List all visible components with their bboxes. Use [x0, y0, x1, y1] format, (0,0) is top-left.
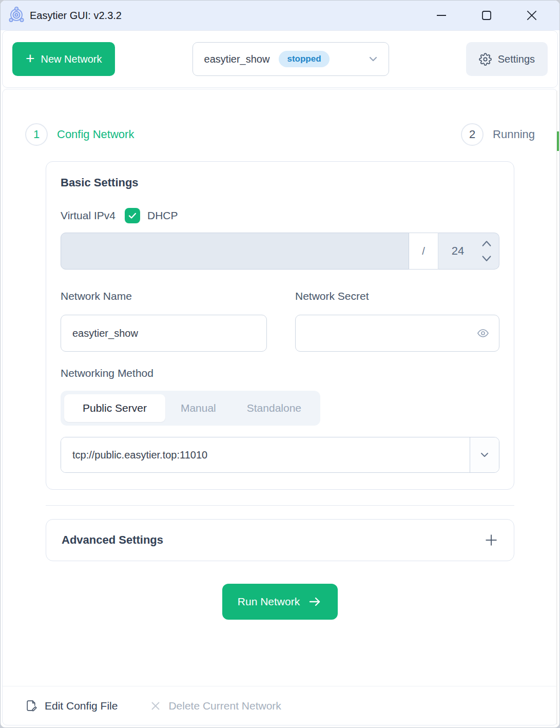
chevron-down-icon [478, 449, 491, 461]
dhcp-checkbox[interactable] [125, 208, 140, 223]
footer-bar: Edit Config File Delete Current Network [3, 686, 557, 725]
minimize-button[interactable] [434, 8, 449, 23]
method-public-server[interactable]: Public Server [64, 394, 165, 422]
virtual-ipv4-input[interactable] [61, 233, 409, 270]
chevron-down-icon [367, 53, 379, 65]
prefix-length-value: 24 [438, 244, 477, 258]
chevron-up-icon[interactable] [481, 240, 492, 247]
stepper: 1 Config Network 2 Running [3, 123, 557, 146]
plus-icon: + [26, 51, 35, 66]
name-secret-grid: Network Name Network Secret [61, 290, 499, 352]
section-divider [46, 505, 514, 506]
networking-method-segmented: Public Server Manual Standalone [61, 391, 320, 426]
window-controls [434, 8, 559, 23]
selected-network-name: easytier_show [204, 53, 270, 65]
titlebar: Easytier GUI: v2.3.2 [1, 1, 559, 30]
new-network-button[interactable]: + New Network [12, 42, 115, 76]
arrow-right-icon [308, 596, 322, 608]
window-title: Easytier GUI: v2.3.2 [30, 10, 122, 22]
toolbar: + New Network easytier_show stopped Sett… [2, 30, 558, 88]
basic-settings-title: Basic Settings [61, 176, 499, 189]
close-icon [525, 9, 538, 22]
public-server-value: tcp://public.easytier.top:11010 [61, 437, 470, 472]
dhcp-label: DHCP [147, 209, 178, 222]
edit-config-file-button[interactable]: Edit Config File [25, 699, 118, 712]
gear-icon [479, 53, 492, 66]
scrollbar-track[interactable] [556, 91, 558, 724]
maximize-icon [480, 9, 493, 22]
settings-button[interactable]: Settings [466, 42, 548, 76]
edit-config-file-label: Edit Config File [45, 700, 118, 712]
settings-label: Settings [498, 53, 535, 65]
checkmark-icon [128, 211, 137, 220]
step-1-circle: 1 [25, 123, 48, 146]
advanced-settings-card[interactable]: Advanced Settings [46, 519, 514, 561]
scrollbar-thumb[interactable] [557, 131, 559, 151]
prefix-length-stepper[interactable]: 24 [438, 233, 499, 270]
expand-plus-icon[interactable] [484, 533, 498, 547]
delete-current-network-button[interactable]: Delete Current Network [149, 700, 281, 712]
app-window: Easytier GUI: v2.3.2 + New Network easyt… [0, 0, 560, 728]
close-button[interactable] [525, 8, 539, 23]
step-1-label: Config Network [57, 128, 134, 141]
new-network-label: New Network [41, 53, 102, 65]
network-secret-label: Network Secret [295, 290, 499, 302]
dropdown-chevron-cell [470, 437, 499, 472]
app-logo-icon [7, 6, 26, 25]
maximize-button[interactable] [479, 8, 494, 23]
network-secret-wrap [295, 315, 499, 352]
network-name-input[interactable] [61, 315, 267, 352]
network-selector-dropdown[interactable]: easytier_show stopped [192, 42, 389, 76]
step-running[interactable]: 2 Running [461, 123, 535, 146]
step-config-network[interactable]: 1 Config Network [25, 123, 134, 146]
network-name-label: Network Name [61, 290, 267, 302]
basic-settings-card: Basic Settings Virtual IPv4 DHCP / 24 [46, 161, 514, 490]
step-2-label: Running [493, 128, 535, 141]
delete-current-network-label: Delete Current Network [168, 700, 281, 712]
public-server-dropdown[interactable]: tcp://public.easytier.top:11010 [61, 437, 499, 473]
chevron-down-icon[interactable] [481, 255, 492, 262]
network-secret-field-group: Network Secret [295, 290, 499, 352]
advanced-settings-title: Advanced Settings [62, 533, 163, 547]
x-mark-icon [149, 700, 162, 712]
main-panel: 1 Config Network 2 Running Basic Setting… [2, 89, 558, 725]
run-network-button[interactable]: Run Network [222, 584, 338, 620]
virtual-ipv4-input-group: / 24 [61, 233, 499, 270]
prefix-separator: / [409, 233, 438, 270]
minimize-icon [435, 9, 448, 22]
step-2-circle: 2 [461, 123, 484, 146]
networking-method-label: Networking Method [61, 367, 499, 379]
network-secret-input[interactable] [295, 315, 499, 352]
file-pen-icon [25, 699, 38, 712]
method-standalone[interactable]: Standalone [231, 394, 317, 422]
run-network-label: Run Network [238, 596, 300, 608]
prefix-spin-controls [477, 240, 499, 262]
virtual-ipv4-label: Virtual IPv4 [61, 209, 115, 222]
network-name-field-group: Network Name [61, 290, 267, 352]
eye-icon[interactable] [477, 327, 489, 339]
network-status-badge: stopped [279, 51, 329, 67]
virtual-ipv4-row: Virtual IPv4 DHCP [61, 208, 499, 223]
method-manual[interactable]: Manual [165, 394, 231, 422]
